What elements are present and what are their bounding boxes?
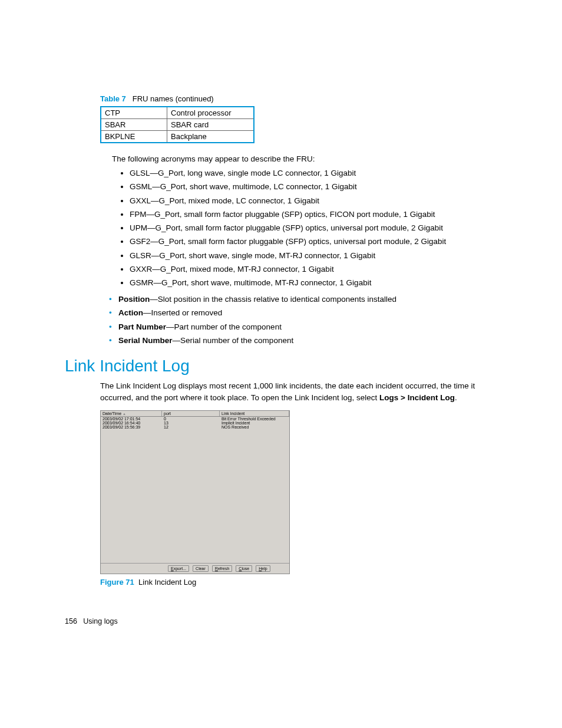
figure: Date/Time ▲ port Link Incident 2003/09/0… xyxy=(100,410,503,574)
list-item: Part Number—Part number of the component xyxy=(109,322,503,332)
log-row[interactable]: 2003/09/02 15:56:39 12 NOS Received xyxy=(101,425,289,429)
def-desc: —Inserted or removed xyxy=(143,308,222,317)
def-desc: —Slot position in the chassis relative t… xyxy=(150,295,396,304)
table-title: FRU names (continued) xyxy=(133,94,214,103)
fru-table: CTP Control processor SBAR SBAR card BKP… xyxy=(100,106,254,143)
log-row[interactable]: 2003/09/02 16:54:40 13 Implicit Incident xyxy=(101,421,289,425)
col-incident[interactable]: Link Incident xyxy=(220,411,289,416)
fru-val: Control processor xyxy=(167,107,254,119)
export-button[interactable]: Export... xyxy=(168,565,189,572)
log-row[interactable]: 2003/09/02 17:01:54 0 Bit Error Threshol… xyxy=(101,417,289,421)
table-caption: Table 7 FRU names (continued) xyxy=(100,94,503,103)
table-row: CTP Control processor xyxy=(101,107,254,119)
list-item: FPM—G_Port, small form factor pluggable … xyxy=(130,209,503,220)
list-item: GSF2—G_Port, small form factor pluggable… xyxy=(130,236,503,247)
list-item: GSMR—G_Port, short wave, multimode, MT-R… xyxy=(130,278,503,288)
cell-incident: NOS Received xyxy=(220,425,289,429)
section-paragraph: The Link Incident Log displays most rece… xyxy=(100,380,503,403)
sort-asc-icon: ▲ xyxy=(123,412,126,416)
definition-list: Position—Slot position in the chassis re… xyxy=(65,294,503,346)
list-item: Position—Slot position in the chassis re… xyxy=(109,294,503,305)
list-item: GLSR—G_Port, short wave, single mode, MT… xyxy=(130,251,503,261)
clear-button[interactable]: Clear xyxy=(193,565,209,572)
cell-port: 13 xyxy=(162,421,220,425)
cell-datetime: 2003/09/02 17:01:54 xyxy=(101,417,162,421)
list-item: GLSL—G_Port, long wave, single mode LC c… xyxy=(130,168,503,179)
def-term: Position xyxy=(118,295,150,304)
def-desc: —Part number of the component xyxy=(166,322,282,331)
page-number: 156 xyxy=(65,617,77,625)
para-text-end: . xyxy=(455,393,457,402)
list-item: Serial Number—Serial number of the compo… xyxy=(109,335,503,346)
log-window: Date/Time ▲ port Link Incident 2003/09/0… xyxy=(100,410,290,574)
fru-key: BKPLNE xyxy=(101,131,167,143)
table-row: BKPLNE Backplane xyxy=(101,131,254,143)
cell-datetime: 2003/09/02 15:56:39 xyxy=(101,425,162,429)
fru-key: CTP xyxy=(101,107,167,119)
page-footer: 156 Using logs xyxy=(65,617,503,625)
list-item: UPM—G_Port, small form factor pluggable … xyxy=(130,223,503,233)
fru-key: SBAR xyxy=(101,119,167,131)
cell-port: 0 xyxy=(162,417,220,421)
cell-incident: Bit Error Threshold Exceeded xyxy=(220,417,289,421)
para-bold: Logs > Incident Log xyxy=(379,393,455,402)
fru-val: Backplane xyxy=(167,131,254,143)
col-port[interactable]: port xyxy=(162,411,220,416)
cell-port: 12 xyxy=(162,425,220,429)
list-item: GXXR—G_Port, mixed mode, MT-RJ connector… xyxy=(130,264,503,275)
figure-label: Figure 71 xyxy=(100,578,134,587)
table-label: Table 7 xyxy=(100,94,126,103)
refresh-button[interactable]: Refresh xyxy=(212,565,233,572)
figure-title: Link Incident Log xyxy=(138,578,196,587)
figure-caption: Figure 71 Link Incident Log xyxy=(100,578,503,587)
close-button[interactable]: Close xyxy=(236,565,252,572)
log-body: 2003/09/02 17:01:54 0 Bit Error Threshol… xyxy=(101,417,289,563)
help-button[interactable]: Help xyxy=(256,565,270,572)
def-term: Action xyxy=(118,308,143,317)
section-heading: Link Incident Log xyxy=(65,357,503,375)
intro-text: The following acronyms may appear to des… xyxy=(112,154,503,164)
col-datetime[interactable]: Date/Time ▲ xyxy=(101,411,162,416)
def-desc: —Serial number of the component xyxy=(173,336,294,345)
def-term: Part Number xyxy=(118,322,166,331)
log-footer: Export... Clear Refresh Close Help xyxy=(101,563,289,574)
fru-val: SBAR card xyxy=(167,119,254,131)
col-label: Date/Time xyxy=(103,411,121,416)
footer-section: Using logs xyxy=(83,617,117,625)
table-row: SBAR SBAR card xyxy=(101,119,254,131)
log-header-row: Date/Time ▲ port Link Incident xyxy=(101,411,289,417)
acronym-list: GLSL—G_Port, long wave, single mode LC c… xyxy=(65,168,503,288)
list-item: Action—Inserted or removed xyxy=(109,308,503,318)
list-item: GSML—G_Port, short wave, multimode, LC c… xyxy=(130,182,503,192)
cell-datetime: 2003/09/02 16:54:40 xyxy=(101,421,162,425)
def-term: Serial Number xyxy=(118,336,173,345)
list-item: GXXL—G_Port, mixed mode, LC connector, 1… xyxy=(130,196,503,206)
cell-incident: Implicit Incident xyxy=(220,421,289,425)
